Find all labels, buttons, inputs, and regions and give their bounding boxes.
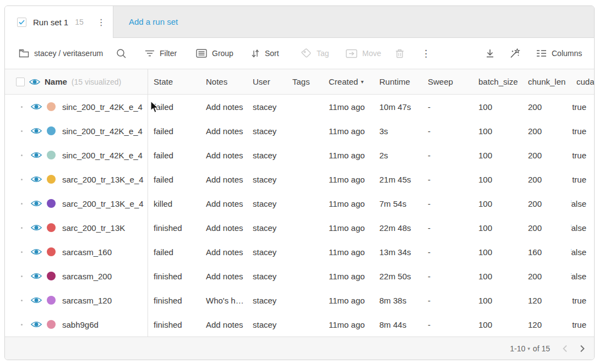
notes-cell[interactable]: Add notes xyxy=(200,167,247,191)
run-name-cell[interactable]: sarc_200_tr_13K xyxy=(5,216,148,240)
column-header-state[interactable]: State xyxy=(148,69,200,94)
tag-button[interactable]: Tag xyxy=(301,38,329,69)
notes-cell[interactable]: Add notes xyxy=(200,312,247,337)
tab-run-set-1[interactable]: Run set 1 15 ⋮ xyxy=(5,6,113,38)
table-row[interactable]: sarcasm_200 finished Add notes stacey 11… xyxy=(5,264,594,288)
table-row[interactable]: sarc_200_tr_13K_e_4 killed Add notes sta… xyxy=(5,191,594,216)
next-page-button[interactable] xyxy=(580,345,585,352)
visibility-eye-icon[interactable] xyxy=(31,175,42,183)
visibility-eye-icon[interactable] xyxy=(29,78,40,86)
runtime-cell: 22m 50s xyxy=(374,264,422,288)
state-cell: failed xyxy=(148,143,200,167)
user-cell: stacey xyxy=(247,312,287,337)
column-header-batch-size[interactable]: batch_size xyxy=(473,69,522,94)
page-size-dropdown[interactable]: 1-10 ▾ xyxy=(510,344,530,353)
run-name-link[interactable]: sinc_200_tr_42K_e_4 xyxy=(62,102,145,112)
column-header-created[interactable]: Created ▾ xyxy=(323,69,374,94)
table-row[interactable]: sarcasm_120 finished Who's h… stacey 11m… xyxy=(5,288,594,312)
chunk-len-cell: 200 xyxy=(522,143,571,167)
run-name-cell[interactable]: sabh9g6d xyxy=(5,312,148,337)
row-handle-dot xyxy=(21,130,23,132)
sweep-cell: - xyxy=(422,312,473,337)
visibility-eye-icon[interactable] xyxy=(31,296,42,304)
created-cell: 11mo ago xyxy=(323,312,374,337)
row-handle-dot xyxy=(21,300,23,301)
notes-cell[interactable]: Add notes xyxy=(200,240,247,264)
visibility-eye-icon[interactable] xyxy=(31,248,42,256)
more-actions-kebab-icon[interactable]: ⋮ xyxy=(421,38,431,69)
run-name-cell[interactable]: sinc_200_tr_42K_e_4 xyxy=(5,143,148,167)
run-name-link[interactable]: sarc_200_tr_13K_e_4 xyxy=(62,175,145,184)
run-name-cell[interactable]: sinc_200_tr_42K_e_4 xyxy=(5,95,148,119)
visibility-eye-icon[interactable] xyxy=(31,321,42,328)
notes-cell[interactable]: Add notes xyxy=(200,216,247,240)
search-button[interactable] xyxy=(116,38,127,69)
column-header-tags[interactable]: Tags xyxy=(287,69,323,94)
column-header-notes[interactable]: Notes xyxy=(200,69,247,94)
notes-cell[interactable]: Add notes xyxy=(200,119,247,143)
run-name-cell[interactable]: sarcasm_200 xyxy=(5,264,148,288)
column-header-chunk-len[interactable]: chunk_len xyxy=(522,69,571,94)
select-all-checkbox[interactable] xyxy=(16,78,25,86)
trash-icon xyxy=(395,48,404,58)
table-row[interactable]: sarc_200_tr_13K finished Add notes stace… xyxy=(5,216,594,240)
visibility-eye-icon[interactable] xyxy=(31,224,42,231)
visibility-eye-icon[interactable] xyxy=(31,272,42,280)
run-name-link[interactable]: sinc_200_tr_42K_e_4 xyxy=(62,126,145,136)
sort-caret-icon: ▾ xyxy=(361,79,363,85)
run-name-link[interactable]: sabh9g6d xyxy=(62,320,145,329)
run-name-cell[interactable]: sarcasm_160 xyxy=(5,240,148,264)
notes-cell[interactable]: Add notes xyxy=(200,95,247,119)
run-name-link[interactable]: sarcasm_120 xyxy=(62,296,145,305)
group-button[interactable]: Group xyxy=(196,38,233,69)
run-name-cell[interactable]: sarc_200_tr_13K_e_4 xyxy=(5,167,148,191)
visibility-eye-icon[interactable] xyxy=(31,200,42,207)
columns-button[interactable]: Columns xyxy=(536,38,582,69)
table-row[interactable]: sabh9g6d finished Add notes stacey 11mo … xyxy=(5,312,594,337)
notes-cell[interactable]: Add notes xyxy=(200,264,247,288)
notes-cell[interactable]: Who's h… xyxy=(200,288,247,312)
prev-page-button[interactable] xyxy=(562,345,568,352)
run-name-cell[interactable]: sarc_200_tr_13K_e_4 xyxy=(5,191,148,216)
notes-cell[interactable]: Add notes xyxy=(200,191,247,216)
move-button[interactable]: Move xyxy=(346,38,381,69)
runset-menu-kebab-icon[interactable]: ⋮ xyxy=(95,17,108,27)
tags-cell xyxy=(287,143,323,167)
run-name-cell[interactable]: sarcasm_120 xyxy=(5,288,148,312)
run-name-link[interactable]: sarc_200_tr_13K_e_4 xyxy=(62,199,145,208)
export-button[interactable] xyxy=(485,38,495,69)
add-run-set-link[interactable]: Add a run set xyxy=(129,6,178,37)
run-name-link[interactable]: sinc_200_tr_42K_e_4 xyxy=(62,151,145,160)
table-row[interactable]: sinc_200_tr_42K_e_4 failed Add notes sta… xyxy=(5,95,594,119)
runs-toolbar: stacey / veritaserum Filter Group xyxy=(5,38,594,69)
table-row[interactable]: sarcasm_160 failed Add notes stacey 11mo… xyxy=(5,240,594,264)
column-header-cuda[interactable]: cuda xyxy=(571,69,594,94)
run-name-link[interactable]: sarcasm_200 xyxy=(62,272,145,281)
runset-checkbox[interactable] xyxy=(17,18,26,27)
notes-cell[interactable]: Add notes xyxy=(200,143,247,167)
project-breadcrumb[interactable]: stacey / veritaserum xyxy=(19,38,103,69)
visibility-eye-icon[interactable] xyxy=(31,127,42,135)
table-row[interactable]: sinc_200_tr_42K_e_4 failed Add notes sta… xyxy=(5,119,594,143)
cuda-cell: false xyxy=(571,264,594,288)
delete-button[interactable] xyxy=(395,38,404,69)
visibility-eye-icon[interactable] xyxy=(31,151,42,159)
run-name-cell[interactable]: sinc_200_tr_42K_e_4 xyxy=(5,119,148,143)
column-header-sweep[interactable]: Sweep xyxy=(422,69,473,94)
sweep-cell: - xyxy=(422,143,473,167)
table-row[interactable]: sarc_200_tr_13K_e_4 failed Add notes sta… xyxy=(5,167,594,191)
chunk-len-cell: 160 xyxy=(522,240,571,264)
table-row[interactable]: sinc_200_tr_42K_e_4 failed Add notes sta… xyxy=(5,143,594,167)
name-column-header[interactable]: Name xyxy=(45,77,67,86)
run-name-link[interactable]: sarc_200_tr_13K xyxy=(62,223,145,233)
filter-button[interactable]: Filter xyxy=(145,38,177,69)
column-header-user[interactable]: User xyxy=(247,69,287,94)
move-icon xyxy=(346,49,357,58)
group-icon xyxy=(196,49,207,58)
sweep-cell: - xyxy=(422,240,473,264)
sort-button[interactable]: Sort xyxy=(251,38,279,69)
magic-wand-button[interactable] xyxy=(509,38,521,69)
visibility-eye-icon[interactable] xyxy=(31,103,42,111)
run-name-link[interactable]: sarcasm_160 xyxy=(62,247,145,257)
column-header-runtime[interactable]: Runtime xyxy=(374,69,422,94)
